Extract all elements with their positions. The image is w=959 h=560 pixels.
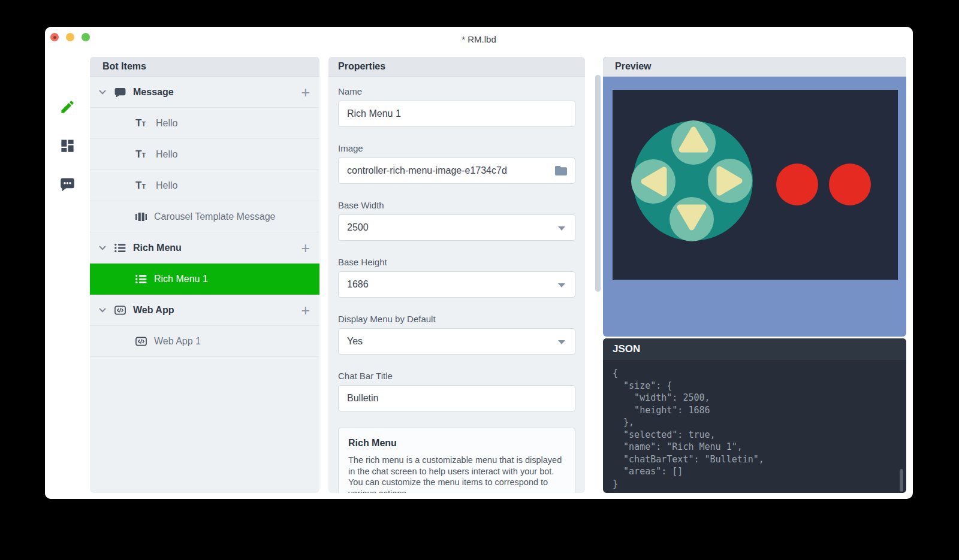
tree-section-message[interactable]: Message +: [90, 77, 319, 108]
window-title: * RM.lbd: [45, 34, 913, 44]
text-message-icon: TT: [135, 180, 149, 192]
info-box-title: Rich Menu: [348, 438, 565, 449]
info-box-body: The rich menu is a customizable menu tha…: [348, 455, 565, 493]
carousel-icon: [135, 212, 147, 222]
bot-items-panel: Bot Items Message + TT Hello TT Hello TT…: [90, 57, 319, 493]
chat-bubble-icon[interactable]: [59, 176, 76, 192]
field-display-default: Display Menu by Default Yes: [338, 314, 575, 355]
chevron-down-icon[interactable]: [98, 306, 107, 314]
tree-item-label: Hello: [156, 149, 177, 160]
image-label: Image: [338, 143, 575, 153]
tree-item-label: Carousel Template Message: [154, 211, 275, 222]
base-height-select[interactable]: 1686: [338, 271, 575, 298]
folder-icon[interactable]: [555, 166, 567, 175]
title-bar[interactable]: * RM.lbd: [45, 27, 913, 57]
activity-bar: [45, 57, 90, 499]
add-web-app-button[interactable]: +: [301, 304, 310, 316]
field-chat-bar-title: Chat Bar Title: [338, 371, 575, 411]
json-header: JSON: [603, 338, 906, 360]
field-name: Name: [338, 86, 575, 127]
caret-down-icon: [558, 283, 565, 287]
text-message-icon: TT: [135, 117, 149, 129]
rich-menu-list-icon: [114, 243, 126, 253]
text-message-icon: TT: [135, 149, 149, 161]
properties-panel: Properties Name Image Base Width 250: [328, 57, 585, 493]
tree-item-label: Hello: [156, 180, 177, 191]
tree-item-web-app-1[interactable]: Web App 1: [90, 326, 319, 357]
tree-item-label: Web App 1: [154, 336, 201, 347]
base-width-value: 2500: [347, 222, 369, 232]
name-label: Name: [338, 86, 575, 96]
message-bubble-icon: [114, 87, 126, 97]
display-default-label: Display Menu by Default: [338, 314, 575, 324]
base-width-label: Base Width: [338, 200, 575, 210]
tree-item-rich-menu-1-selected[interactable]: Rich Menu 1: [90, 264, 319, 295]
web-app-code-icon: [135, 337, 147, 346]
json-code: { "size": { "width": 2500, "height": 168…: [603, 360, 906, 493]
field-base-width: Base Width 2500: [338, 200, 575, 241]
json-scrollbar[interactable]: [900, 469, 903, 492]
tree-section-label: Rich Menu: [133, 243, 182, 253]
chat-bar-title-input[interactable]: [338, 385, 575, 411]
chat-bar-title-label: Chat Bar Title: [338, 371, 575, 381]
rich-menu-preview-image: [613, 90, 898, 280]
tree-section-rich-menu[interactable]: Rich Menu +: [90, 232, 319, 264]
add-message-button[interactable]: +: [301, 86, 310, 98]
field-base-height: Base Height 1686: [338, 257, 575, 298]
base-height-label: Base Height: [338, 257, 575, 267]
display-default-select[interactable]: Yes: [338, 328, 575, 355]
edit-pencil-icon[interactable]: [59, 99, 76, 115]
rich-menu-list-icon: [135, 274, 147, 284]
json-panel: JSON { "size": { "width": 2500, "height"…: [603, 338, 906, 493]
bot-items-header: Bot Items: [90, 57, 319, 77]
tree-item-label: Hello: [156, 118, 177, 129]
caret-down-icon: [558, 226, 565, 231]
name-input[interactable]: [338, 101, 575, 127]
desktop-background: * RM.lbd Bot Items Message +: [0, 0, 959, 560]
chevron-down-icon[interactable]: [98, 244, 107, 252]
caret-down-icon: [558, 340, 565, 344]
tree-section-label: Web App: [133, 305, 174, 316]
tree-item-carousel[interactable]: Carousel Template Message: [90, 201, 319, 232]
tree-section-label: Message: [133, 87, 174, 98]
preview-header: Preview: [603, 57, 906, 77]
base-height-value: 1686: [347, 279, 369, 289]
base-width-select[interactable]: 2500: [338, 214, 575, 241]
properties-scrollbar[interactable]: [595, 75, 601, 292]
tree-item-hello-1[interactable]: TT Hello: [90, 108, 319, 139]
web-app-code-icon: [114, 305, 126, 315]
tree-item-hello-2[interactable]: TT Hello: [90, 139, 319, 170]
preview-panel: Preview: [603, 57, 906, 337]
tree-item-label: Rich Menu 1: [154, 274, 208, 284]
chevron-down-icon[interactable]: [98, 88, 107, 96]
tree-section-web-app[interactable]: Web App +: [90, 295, 319, 326]
tree-item-hello-3[interactable]: TT Hello: [90, 170, 319, 201]
image-input[interactable]: [338, 158, 575, 184]
field-image: Image: [338, 143, 575, 184]
dashboard-icon[interactable]: [59, 138, 76, 154]
app-window: * RM.lbd Bot Items Message +: [45, 27, 913, 499]
properties-header: Properties: [328, 57, 585, 77]
display-default-value: Yes: [347, 336, 363, 346]
rich-menu-info-box: Rich Menu The rich menu is a customizabl…: [338, 428, 575, 493]
add-rich-menu-button[interactable]: +: [301, 242, 310, 254]
